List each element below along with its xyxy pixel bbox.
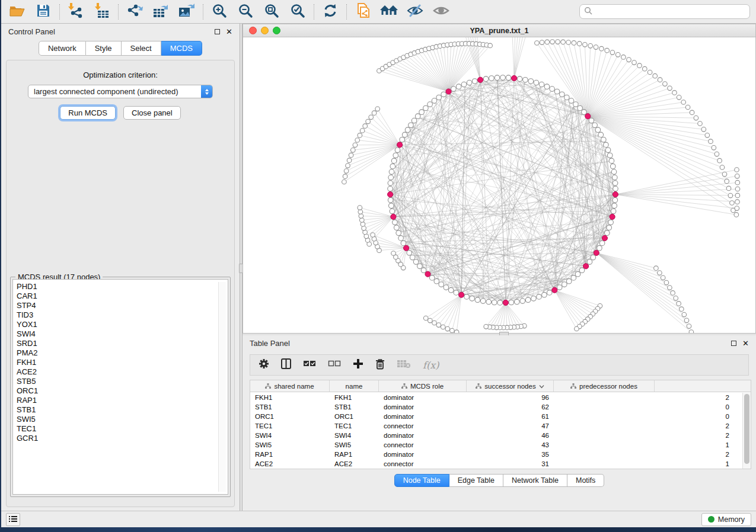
criterion-select[interactable]: largest connected component (undirected) (28, 85, 213, 98)
table-cell: SWI5 (330, 441, 379, 448)
mcds-result-item[interactable]: PHD1 (17, 282, 228, 291)
column-header-name[interactable]: name (330, 380, 379, 392)
mcds-result-item[interactable]: CAR1 (17, 291, 228, 301)
mcds-result-item[interactable]: SWI4 (17, 329, 228, 339)
mcds-result-item[interactable]: TID3 (17, 310, 228, 320)
zoom-fit-button[interactable] (263, 4, 280, 20)
table-row[interactable]: RAP1RAP1dominator352 (250, 450, 742, 459)
export-network-button[interactable] (126, 4, 143, 20)
tab-network-table[interactable]: Network Table (503, 474, 567, 487)
tab-node-table[interactable]: Node Table (394, 474, 449, 487)
column-header-mcds-role[interactable]: MCDS role (379, 380, 467, 392)
table-scrollbar-thumb[interactable] (744, 394, 749, 464)
main-area: Control Panel ✕ Network Style Select MCD… (1, 24, 756, 511)
mcds-result-item[interactable]: SWI5 (17, 415, 228, 424)
eye-icon (433, 4, 449, 20)
save-session-button[interactable] (34, 4, 52, 20)
app-window: Control Panel ✕ Network Style Select MCD… (1, 0, 756, 527)
result-list-scrollbar[interactable] (218, 282, 226, 492)
zoom-fit-icon (264, 3, 279, 21)
refresh-layout-button[interactable] (321, 4, 339, 20)
close-panel-button[interactable]: Close panel (123, 106, 181, 120)
export-table-button[interactable] (152, 4, 170, 20)
first-neighbors-button[interactable] (380, 4, 398, 20)
table-body[interactable]: FKH1FKH1dominator962STB1STB1dominator620… (250, 393, 742, 469)
zoom-in-button[interactable] (210, 4, 228, 20)
tab-edge-table[interactable]: Edge Table (449, 474, 503, 487)
save-floppy-icon (36, 4, 50, 20)
zoom-out-button[interactable] (237, 4, 254, 20)
mcds-result-item[interactable]: TEC1 (17, 424, 228, 434)
table-row[interactable]: STB1STB1dominator620 (250, 402, 742, 412)
select-all-rows-button[interactable] (303, 360, 316, 370)
delete-column-button[interactable] (375, 358, 385, 372)
tab-select[interactable]: Select (122, 41, 161, 56)
close-panel-icon[interactable]: ✕ (742, 339, 749, 347)
tab-network[interactable]: Network (39, 41, 86, 56)
table-cell: dominator (379, 432, 467, 439)
mcds-result-item[interactable]: STP4 (17, 301, 228, 310)
table-cell: ACE2 (250, 460, 330, 467)
mcds-result-item[interactable]: YOX1 (17, 320, 228, 329)
table-cell: 47 (467, 422, 554, 430)
column-header-predecessor-nodes[interactable]: predecessor nodes (554, 380, 655, 392)
task-history-button[interactable] (6, 513, 20, 526)
mcds-result-item[interactable]: PMA2 (17, 348, 228, 358)
table-cell: STB1 (250, 403, 330, 411)
table-cell: connector (379, 460, 467, 467)
float-panel-icon[interactable] (731, 341, 736, 346)
column-header-filler (655, 380, 751, 392)
zoom-selected-button[interactable] (289, 4, 307, 20)
network-graph[interactable] (243, 37, 755, 333)
mcds-result-item[interactable]: RAP1 (17, 396, 228, 405)
column-header-shared-name[interactable]: shared name (250, 380, 330, 392)
memory-button[interactable]: Memory (701, 513, 751, 526)
network-titlebar: YPA_prune.txt_1 (243, 24, 755, 37)
table-header-row: shared name name MCDS role successor nod… (250, 380, 751, 392)
deselect-all-rows-button[interactable] (328, 360, 341, 370)
sort-desc-icon (539, 383, 544, 390)
zoom-selected-icon (290, 3, 305, 21)
mcds-result-item[interactable]: SRD1 (17, 339, 228, 348)
open-folder-icon (9, 4, 25, 20)
run-mcds-button[interactable]: Run MCDS (60, 106, 116, 120)
table-row[interactable]: ORC1ORC1dominator610 (250, 412, 742, 421)
export-image-button[interactable] (178, 4, 196, 20)
table-settings-button[interactable] (259, 358, 269, 371)
tab-motifs[interactable]: Motifs (567, 474, 604, 487)
hide-selected-button[interactable] (406, 4, 424, 20)
mcds-result-item[interactable]: ORC1 (17, 386, 228, 396)
mcds-result-item[interactable]: STB1 (17, 405, 228, 415)
float-panel-icon[interactable] (215, 29, 220, 34)
table-cell: 2 (554, 422, 742, 430)
table-row[interactable]: FKH1FKH1dominator962 (250, 393, 742, 402)
gear-icon (259, 358, 269, 371)
show-all-button[interactable] (432, 4, 450, 20)
tab-style[interactable]: Style (86, 41, 122, 56)
mcds-result-item[interactable]: FKH1 (17, 358, 228, 367)
table-scrollbar[interactable] (742, 393, 751, 469)
import-network-icon (68, 3, 84, 21)
mcds-result-item[interactable]: ACE2 (17, 367, 228, 377)
import-network-button[interactable] (67, 4, 85, 20)
tab-mcds[interactable]: MCDS (161, 41, 202, 56)
column-header-successor-nodes[interactable]: successor nodes (467, 380, 554, 392)
table-row[interactable]: SWI4SWI4dominator462 (250, 431, 742, 440)
mcds-result-item[interactable]: GCR1 (17, 434, 228, 443)
delete-table-button-disabled (397, 359, 411, 371)
mcds-result-item[interactable]: STB5 (17, 377, 228, 386)
table-row[interactable]: SWI5SWI5connector431 (250, 440, 742, 450)
import-table-button[interactable] (93, 4, 111, 20)
close-panel-icon[interactable]: ✕ (226, 28, 232, 36)
network-canvas[interactable] (243, 37, 755, 333)
table-row[interactable]: ACE2ACE2connector311 (250, 459, 742, 469)
open-session-button[interactable] (8, 4, 26, 20)
copy-network-button[interactable] (354, 4, 372, 20)
search-input[interactable] (595, 8, 745, 16)
table-row[interactable]: TEC1TEC1connector472 (250, 421, 742, 431)
create-column-button[interactable] (353, 358, 363, 371)
show-columns-button[interactable] (281, 358, 291, 371)
search-icon (584, 7, 592, 17)
mcds-result-list[interactable]: PHD1CAR1STP4TID3YOX1SWI4SRD1PMA2FKH1ACE2… (12, 279, 228, 495)
refresh-icon (323, 3, 338, 21)
